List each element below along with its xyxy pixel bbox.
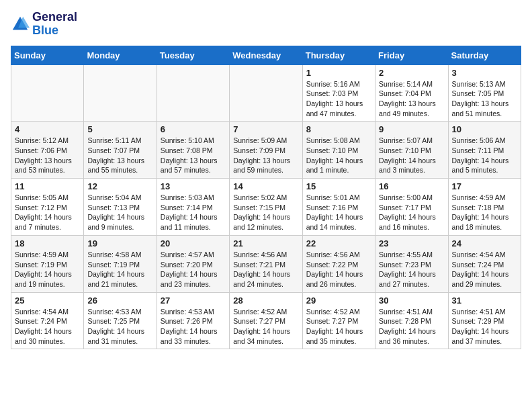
calendar-cell: 11Sunrise: 5:05 AM Sunset: 7:12 PM Dayli… <box>11 179 84 236</box>
day-info: Sunrise: 5:05 AM Sunset: 7:12 PM Dayligh… <box>15 193 80 232</box>
day-number: 27 <box>161 295 226 306</box>
day-info: Sunrise: 5:11 AM Sunset: 7:07 PM Dayligh… <box>87 136 152 175</box>
calendar-cell: 9Sunrise: 5:07 AM Sunset: 7:10 PM Daylig… <box>375 122 448 179</box>
calendar-cell: 3Sunrise: 5:13 AM Sunset: 7:05 PM Daylig… <box>448 64 521 122</box>
day-number: 4 <box>15 124 80 134</box>
day-info: Sunrise: 4:58 AM Sunset: 7:19 PM Dayligh… <box>87 250 152 289</box>
day-number: 22 <box>306 238 371 248</box>
calendar-cell: 18Sunrise: 4:59 AM Sunset: 7:19 PM Dayli… <box>11 235 84 292</box>
day-number: 18 <box>15 238 80 248</box>
day-number: 28 <box>233 295 298 306</box>
day-info: Sunrise: 4:54 AM Sunset: 7:24 PM Dayligh… <box>452 250 517 289</box>
calendar-cell: 1Sunrise: 5:16 AM Sunset: 7:03 PM Daylig… <box>302 64 375 122</box>
day-number: 16 <box>379 181 444 191</box>
day-info: Sunrise: 4:51 AM Sunset: 7:28 PM Dayligh… <box>379 307 444 347</box>
day-info: Sunrise: 4:53 AM Sunset: 7:26 PM Dayligh… <box>161 307 226 347</box>
day-number: 21 <box>233 238 298 248</box>
day-number: 15 <box>306 181 371 191</box>
day-info: Sunrise: 5:03 AM Sunset: 7:14 PM Dayligh… <box>161 193 226 232</box>
day-info: Sunrise: 4:51 AM Sunset: 7:29 PM Dayligh… <box>452 307 517 347</box>
day-info: Sunrise: 5:09 AM Sunset: 7:09 PM Dayligh… <box>233 136 298 175</box>
calendar-cell: 6Sunrise: 5:10 AM Sunset: 7:08 PM Daylig… <box>157 122 229 179</box>
weekday-header-tuesday: Tuesday <box>157 46 229 64</box>
calendar-cell: 23Sunrise: 4:55 AM Sunset: 7:23 PM Dayli… <box>375 235 448 292</box>
day-info: Sunrise: 4:59 AM Sunset: 7:19 PM Dayligh… <box>15 250 80 289</box>
day-info: Sunrise: 5:12 AM Sunset: 7:06 PM Dayligh… <box>15 136 80 175</box>
calendar-week-row: 25Sunrise: 4:54 AM Sunset: 7:24 PM Dayli… <box>11 292 521 349</box>
day-info: Sunrise: 4:52 AM Sunset: 7:27 PM Dayligh… <box>306 307 371 347</box>
calendar-cell <box>84 64 157 122</box>
day-number: 14 <box>233 181 298 191</box>
calendar-cell: 4Sunrise: 5:12 AM Sunset: 7:06 PM Daylig… <box>11 122 84 179</box>
day-info: Sunrise: 5:01 AM Sunset: 7:16 PM Dayligh… <box>306 193 371 232</box>
day-info: Sunrise: 5:04 AM Sunset: 7:13 PM Dayligh… <box>87 193 152 232</box>
calendar-cell: 25Sunrise: 4:54 AM Sunset: 7:24 PM Dayli… <box>11 292 84 349</box>
calendar-cell: 29Sunrise: 4:52 AM Sunset: 7:27 PM Dayli… <box>302 292 375 349</box>
day-number: 6 <box>161 124 226 134</box>
weekday-header-monday: Monday <box>84 46 157 64</box>
calendar-week-row: 4Sunrise: 5:12 AM Sunset: 7:06 PM Daylig… <box>11 122 521 179</box>
calendar-cell: 5Sunrise: 5:11 AM Sunset: 7:07 PM Daylig… <box>84 122 157 179</box>
calendar-cell: 10Sunrise: 5:06 AM Sunset: 7:11 PM Dayli… <box>448 122 521 179</box>
weekday-header-sunday: Sunday <box>11 46 84 64</box>
day-info: Sunrise: 5:02 AM Sunset: 7:15 PM Dayligh… <box>233 193 298 232</box>
day-number: 7 <box>233 124 298 134</box>
day-number: 9 <box>379 124 444 134</box>
day-info: Sunrise: 5:07 AM Sunset: 7:10 PM Dayligh… <box>379 136 444 175</box>
calendar-cell: 22Sunrise: 4:56 AM Sunset: 7:22 PM Dayli… <box>302 235 375 292</box>
weekday-header-saturday: Saturday <box>448 46 521 64</box>
calendar-cell: 20Sunrise: 4:57 AM Sunset: 7:20 PM Dayli… <box>157 235 229 292</box>
day-number: 30 <box>379 295 444 306</box>
day-number: 5 <box>87 124 152 134</box>
calendar-cell <box>230 64 302 122</box>
weekday-header-friday: Friday <box>375 46 448 64</box>
day-number: 26 <box>87 295 152 306</box>
logo-text: General Blue <box>32 11 77 38</box>
calendar-cell: 30Sunrise: 4:51 AM Sunset: 7:28 PM Dayli… <box>375 292 448 349</box>
calendar-cell: 12Sunrise: 5:04 AM Sunset: 7:13 PM Dayli… <box>84 179 157 236</box>
calendar-cell: 8Sunrise: 5:08 AM Sunset: 7:10 PM Daylig… <box>302 122 375 179</box>
calendar-cell: 28Sunrise: 4:52 AM Sunset: 7:27 PM Dayli… <box>230 292 302 349</box>
day-number: 19 <box>87 238 152 248</box>
day-number: 11 <box>15 181 80 191</box>
day-number: 8 <box>306 124 371 134</box>
logo-icon <box>11 15 30 34</box>
day-info: Sunrise: 4:57 AM Sunset: 7:20 PM Dayligh… <box>161 250 226 289</box>
day-number: 24 <box>452 238 517 248</box>
day-info: Sunrise: 4:53 AM Sunset: 7:25 PM Dayligh… <box>87 307 152 347</box>
calendar-cell: 26Sunrise: 4:53 AM Sunset: 7:25 PM Dayli… <box>84 292 157 349</box>
day-info: Sunrise: 5:00 AM Sunset: 7:17 PM Dayligh… <box>379 193 444 232</box>
calendar-week-row: 18Sunrise: 4:59 AM Sunset: 7:19 PM Dayli… <box>11 235 521 292</box>
calendar-cell: 24Sunrise: 4:54 AM Sunset: 7:24 PM Dayli… <box>448 235 521 292</box>
day-number: 29 <box>306 295 371 306</box>
day-info: Sunrise: 4:52 AM Sunset: 7:27 PM Dayligh… <box>233 307 298 347</box>
day-number: 12 <box>87 181 152 191</box>
day-info: Sunrise: 4:56 AM Sunset: 7:21 PM Dayligh… <box>233 250 298 289</box>
day-number: 2 <box>379 68 444 78</box>
logo: General Blue <box>11 11 77 38</box>
day-info: Sunrise: 5:14 AM Sunset: 7:04 PM Dayligh… <box>379 79 444 119</box>
day-info: Sunrise: 5:10 AM Sunset: 7:08 PM Dayligh… <box>161 136 226 175</box>
calendar-week-row: 1Sunrise: 5:16 AM Sunset: 7:03 PM Daylig… <box>11 64 521 122</box>
day-number: 10 <box>452 124 517 134</box>
weekday-header-wednesday: Wednesday <box>230 46 302 64</box>
calendar: SundayMondayTuesdayWednesdayThursdayFrid… <box>11 46 521 350</box>
calendar-cell: 13Sunrise: 5:03 AM Sunset: 7:14 PM Dayli… <box>157 179 229 236</box>
day-number: 3 <box>452 68 517 78</box>
calendar-cell: 15Sunrise: 5:01 AM Sunset: 7:16 PM Dayli… <box>302 179 375 236</box>
day-info: Sunrise: 5:16 AM Sunset: 7:03 PM Dayligh… <box>306 79 371 119</box>
day-info: Sunrise: 4:55 AM Sunset: 7:23 PM Dayligh… <box>379 250 444 289</box>
day-number: 17 <box>452 181 517 191</box>
day-info: Sunrise: 5:13 AM Sunset: 7:05 PM Dayligh… <box>452 79 517 119</box>
calendar-cell <box>157 64 229 122</box>
weekday-header-thursday: Thursday <box>302 46 375 64</box>
calendar-cell <box>11 64 84 122</box>
calendar-cell: 2Sunrise: 5:14 AM Sunset: 7:04 PM Daylig… <box>375 64 448 122</box>
day-info: Sunrise: 5:06 AM Sunset: 7:11 PM Dayligh… <box>452 136 517 175</box>
calendar-cell: 17Sunrise: 4:59 AM Sunset: 7:18 PM Dayli… <box>448 179 521 236</box>
calendar-cell: 16Sunrise: 5:00 AM Sunset: 7:17 PM Dayli… <box>375 179 448 236</box>
day-info: Sunrise: 4:56 AM Sunset: 7:22 PM Dayligh… <box>306 250 371 289</box>
day-number: 23 <box>379 238 444 248</box>
calendar-cell: 14Sunrise: 5:02 AM Sunset: 7:15 PM Dayli… <box>230 179 302 236</box>
day-number: 20 <box>161 238 226 248</box>
